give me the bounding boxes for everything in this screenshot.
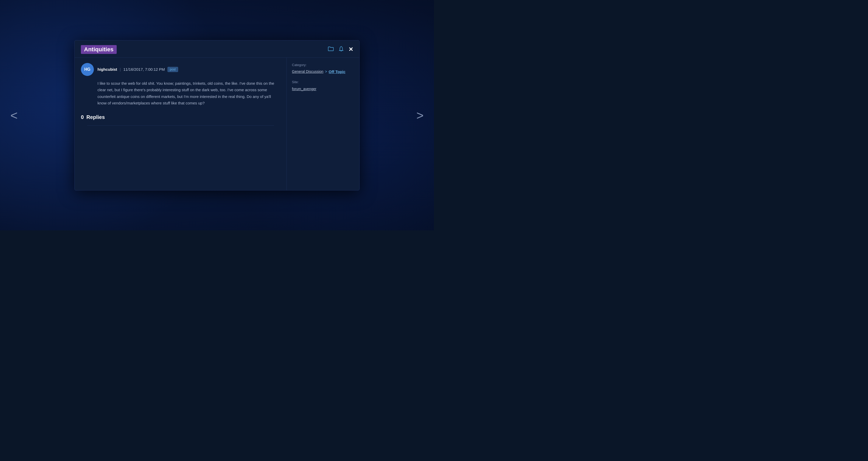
modal-sidebar: Category: General Discussion > Off Topic… xyxy=(287,58,359,190)
modal-title: Antiquities xyxy=(81,45,117,54)
meta-separator: | xyxy=(120,67,121,71)
replies-section: 0 Replies xyxy=(81,114,280,126)
header-icons: ✕ xyxy=(328,46,353,53)
folder-icon[interactable] xyxy=(328,46,334,53)
site-link[interactable]: forum_avenger xyxy=(292,87,316,91)
category-label: Category: xyxy=(292,63,354,67)
post-modal: Antiquities ✕ HG xyxy=(74,40,360,191)
prev-button[interactable]: < xyxy=(5,103,23,128)
post-body: I like to scour the web for old shit. Yo… xyxy=(97,80,280,106)
replies-label: Replies xyxy=(86,114,105,120)
bell-icon[interactable] xyxy=(339,46,344,53)
replies-header: 0 Replies xyxy=(81,114,280,120)
post-username: highcubist xyxy=(97,67,117,71)
replies-count: 0 xyxy=(81,114,84,120)
avatar: HG xyxy=(81,63,94,76)
category-breadcrumb: General Discussion > Off Topic xyxy=(292,69,354,74)
category-section: Category: General Discussion > Off Topic xyxy=(292,63,354,74)
category-separator: > xyxy=(325,69,327,74)
next-button[interactable]: > xyxy=(411,103,429,128)
post-content: HG highcubist | 11/16/2017, 7:00:12 PM p… xyxy=(75,58,287,190)
modal-header: Antiquities ✕ xyxy=(75,40,359,58)
post-timestamp: 11/16/2017, 7:00:12 PM xyxy=(123,67,165,71)
post-meta: highcubist | 11/16/2017, 7:00:12 PM post xyxy=(97,67,178,72)
site-section: Site: forum_avenger xyxy=(292,80,354,91)
site-label: Site: xyxy=(292,80,354,84)
category-current-link[interactable]: Off Topic xyxy=(329,69,346,74)
modal-body: HG highcubist | 11/16/2017, 7:00:12 PM p… xyxy=(75,58,359,190)
category-parent-link[interactable]: General Discussion xyxy=(292,69,323,74)
post-header: HG highcubist | 11/16/2017, 7:00:12 PM p… xyxy=(81,63,280,76)
close-button[interactable]: ✕ xyxy=(348,46,353,53)
post-badge: post xyxy=(167,67,178,72)
replies-divider xyxy=(87,125,274,126)
